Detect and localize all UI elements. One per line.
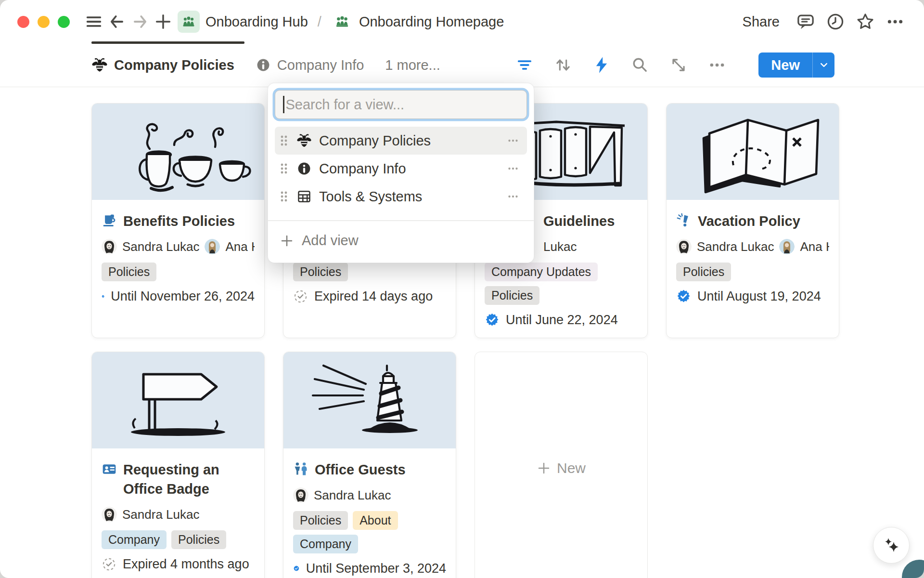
- card-title: Office Guests: [315, 460, 406, 479]
- new-button[interactable]: New: [758, 53, 812, 78]
- close-window-button[interactable]: [17, 16, 29, 28]
- verified-badge-icon: [102, 289, 104, 304]
- tabs-overflow-button[interactable]: 1 more...: [385, 57, 440, 73]
- cover-illustration-map: [676, 108, 830, 195]
- arrow-left-icon: [107, 12, 127, 31]
- view-options-icon[interactable]: [506, 161, 520, 176]
- card-benefits-policies[interactable]: Benefits Policies Sandra Lukac Ana Ha Po…: [91, 103, 265, 338]
- card-office-guests[interactable]: Office Guests Sandra Lukac Policies Abou…: [283, 352, 456, 578]
- app-window: Onboarding Hub / Onboarding Homepage Sha…: [0, 0, 924, 578]
- team-icon: [178, 11, 200, 33]
- add-view-button[interactable]: Add view: [275, 221, 527, 261]
- plus-icon: [537, 461, 551, 475]
- card-tags: Company Updates Policies: [485, 263, 638, 305]
- view-item-tools-systems[interactable]: Tools & Systems: [275, 183, 527, 210]
- filter-button[interactable]: [514, 54, 535, 76]
- comments-button[interactable]: [794, 10, 817, 33]
- breadcrumb-item-onboarding-hub[interactable]: Onboarding Hub: [178, 11, 308, 33]
- search-placeholder: Search for a view...: [286, 97, 405, 113]
- more-options-button[interactable]: [884, 10, 907, 33]
- avatar: [102, 507, 117, 522]
- avatar: [676, 239, 692, 254]
- view-search-input[interactable]: Search for a view...: [275, 90, 527, 119]
- person-name: Sandra Lukac: [697, 239, 774, 254]
- back-button[interactable]: [105, 10, 128, 33]
- drag-handle-icon[interactable]: [279, 161, 289, 176]
- status-text: Until November 26, 2024: [111, 289, 255, 304]
- card-cover: [667, 104, 839, 200]
- active-tab-underline: [91, 41, 244, 44]
- card-status-row: Expired 14 days ago: [293, 289, 446, 304]
- view-options-icon[interactable]: [506, 189, 520, 204]
- table-icon: [296, 189, 312, 204]
- sidebar-toggle-button[interactable]: [82, 10, 105, 33]
- card-status-row: Until September 3, 2024: [293, 561, 446, 576]
- card-cover: [283, 352, 456, 448]
- history-button[interactable]: [824, 10, 847, 33]
- tag: About: [353, 511, 398, 530]
- chevron-down-icon: [818, 59, 830, 71]
- cover-illustration-lighthouse: [293, 357, 447, 444]
- ellipsis-icon: [885, 12, 905, 32]
- card-title: Requesting an Office Badge: [123, 460, 244, 499]
- card-body: Benefits Policies Sandra Lukac Ana Ha Po…: [92, 200, 264, 304]
- verified-badge-icon: [293, 561, 300, 576]
- cover-illustration-mugs: [101, 108, 255, 195]
- search-icon: [630, 55, 650, 75]
- tag: Policies: [676, 263, 731, 281]
- card-tags: Policies About Company: [293, 511, 446, 553]
- zoom-window-button[interactable]: [58, 16, 70, 28]
- comment-icon: [796, 12, 816, 32]
- card-cover: [92, 352, 264, 448]
- new-page-button[interactable]: [152, 10, 175, 33]
- view-switcher-popup: Search for a view... Company Policies: [268, 83, 534, 263]
- tag: Policies: [293, 511, 348, 530]
- status-text: Until June 22, 2024: [506, 313, 618, 328]
- card-requesting-office-badge[interactable]: Requesting an Office Badge Sandra Lukac …: [91, 352, 265, 578]
- card-title: Guidelines: [543, 211, 615, 231]
- filter-icon: [515, 55, 534, 75]
- new-button-dropdown[interactable]: [812, 53, 834, 78]
- view-controls: New: [514, 53, 834, 78]
- expand-view-button[interactable]: [668, 54, 689, 76]
- drag-handle-icon[interactable]: [279, 189, 289, 204]
- view-label: Tools & Systems: [319, 189, 499, 205]
- traffic-lights: [17, 16, 70, 28]
- exclamation-rays-icon: [676, 213, 692, 228]
- status-text: Expired 14 days ago: [314, 289, 433, 304]
- view-item-company-info[interactable]: Company Info: [275, 155, 527, 183]
- tab-company-policies[interactable]: Company Policies: [91, 57, 234, 73]
- expired-check-icon: [102, 557, 116, 572]
- view-options-icon[interactable]: [506, 133, 520, 148]
- minimize-window-button[interactable]: [38, 16, 50, 28]
- favorite-button[interactable]: [854, 10, 877, 33]
- card-body: Office Guests Sandra Lukac Policies Abou…: [283, 448, 456, 576]
- ai-assistant-button[interactable]: [873, 527, 910, 564]
- breadcrumb-label: Onboarding Homepage: [359, 14, 504, 30]
- arrow-right-icon: [130, 12, 150, 31]
- view-item-company-policies[interactable]: Company Policies: [275, 127, 527, 155]
- titlebar: Onboarding Hub / Onboarding Homepage Sha…: [0, 0, 924, 43]
- breadcrumb-item-onboarding-homepage[interactable]: Onboarding Homepage: [331, 11, 504, 33]
- tag: Policies: [102, 263, 156, 281]
- card-vacation-policy[interactable]: Vacation Policy Sandra Lukac Ana Hau Pol…: [666, 103, 839, 338]
- automations-button[interactable]: [591, 54, 612, 76]
- card-title-row: Requesting an Office Badge: [102, 460, 255, 499]
- view-options-button[interactable]: [706, 54, 728, 76]
- search-button[interactable]: [629, 54, 651, 76]
- person-name: Sandra Lukac: [314, 488, 391, 503]
- share-button[interactable]: Share: [743, 14, 780, 30]
- person-name: Lukac: [543, 239, 577, 254]
- forward-button[interactable]: [128, 10, 152, 33]
- sort-button[interactable]: [552, 54, 574, 76]
- tab-company-info[interactable]: Company Info: [256, 57, 364, 73]
- sort-arrows-icon: [553, 55, 573, 75]
- card-cover: [92, 104, 264, 200]
- new-card-button[interactable]: New: [475, 352, 648, 578]
- status-text: Until September 3, 2024: [306, 561, 446, 576]
- drag-handle-icon[interactable]: [279, 133, 289, 148]
- two-people-icon: [293, 461, 308, 477]
- bee-icon: [91, 57, 108, 73]
- card-status-row: Until November 26, 2024: [102, 289, 255, 304]
- breadcrumb-label: Onboarding Hub: [205, 14, 308, 30]
